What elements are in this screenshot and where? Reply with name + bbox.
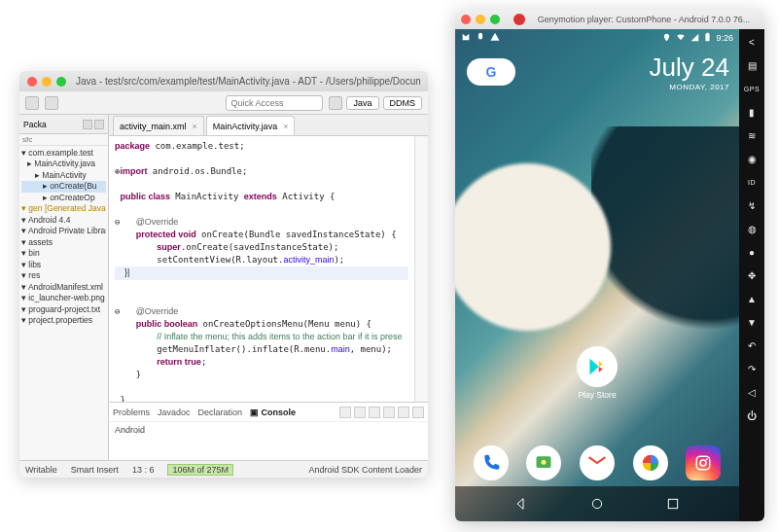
dock <box>455 440 739 486</box>
svg-rect-3 <box>697 456 711 470</box>
sidebar-volume-up-button[interactable]: ▲ <box>743 290 760 307</box>
minimize-window-button[interactable] <box>476 15 485 24</box>
sidebar-disk-button[interactable]: ◍ <box>743 220 760 237</box>
tree-item[interactable]: ▾ Android Private Libraries <box>21 226 106 236</box>
dock-app-phone[interactable] <box>474 445 509 480</box>
emu-titlebar[interactable]: Genymotion player: CustomPhone - Android… <box>455 10 764 29</box>
wifi-icon <box>676 32 686 44</box>
minimize-icon[interactable] <box>94 120 104 129</box>
console-toolbar-icon[interactable] <box>383 407 395 418</box>
editor-area: activity_main.xml×MainActivity.java× pac… <box>109 115 428 460</box>
explorer-tree: ▾ com.example.test▸ MainActivity.java▸ M… <box>19 146 108 329</box>
eclipse-ide-window: Java - test/src/com/example/test/MainAct… <box>19 71 428 478</box>
console-toolbar-icon[interactable] <box>354 407 366 418</box>
sidebar-camera-button[interactable]: ◉ <box>743 150 760 167</box>
android-status-bar[interactable]: 9:26 <box>455 29 739 47</box>
status-background-job: Android SDK Content Loader <box>247 465 422 475</box>
tree-item[interactable]: ▾ gen [Generated Java File <box>21 203 106 214</box>
sidebar-rotate-right-button[interactable]: ↷ <box>743 360 760 377</box>
status-line-col: 13 : 6 <box>132 465 155 475</box>
nav-recents-button[interactable] <box>663 494 683 514</box>
package-explorer-tab[interactable]: Packa <box>19 115 108 134</box>
editor-tab[interactable]: MainActivity.java× <box>206 116 296 135</box>
signal-icon <box>690 33 699 44</box>
close-icon[interactable]: × <box>193 122 197 131</box>
dock-app-instagram[interactable] <box>686 445 721 480</box>
status-heap[interactable]: 106M of 275M <box>167 464 233 476</box>
sidebar-rotate-left-button[interactable]: ↶ <box>743 337 760 354</box>
open-perspective-icon[interactable] <box>329 96 342 110</box>
close-window-button[interactable] <box>461 15 471 24</box>
genymotion-window: Genymotion player: CustomPhone - Android… <box>455 10 764 521</box>
perspective-ddms[interactable]: DDMS <box>383 96 423 110</box>
sidebar-dpad-button[interactable]: ✥ <box>743 266 760 284</box>
geny-logo-icon <box>513 14 525 25</box>
tree-item[interactable]: ▾ bin <box>21 248 106 259</box>
code-editor[interactable]: package com.example.test; ⊕import androi… <box>109 136 414 402</box>
console-toolbar-icon[interactable] <box>398 407 409 418</box>
tree-item[interactable]: ▾ AndroidManifest.xml <box>21 282 106 293</box>
console-toolbar-icon[interactable] <box>339 407 351 418</box>
console-toolbar-icon[interactable] <box>412 407 424 418</box>
bottom-tab-console[interactable]: ▣ Console <box>250 408 296 417</box>
minimize-window-button[interactable] <box>42 77 52 87</box>
tree-item[interactable]: ▾ com.example.test <box>21 148 106 159</box>
sidebar-mic-button[interactable]: ● <box>743 243 760 261</box>
bottom-tab-javadoc[interactable]: Javadoc <box>158 408 191 417</box>
sidebar-wifi-button[interactable]: ≋ <box>743 126 760 144</box>
bottom-tab-declaration[interactable]: Declaration <box>198 408 243 417</box>
play-store-shortcut[interactable]: Play Store <box>577 346 618 400</box>
dock-app-photos[interactable] <box>633 445 668 480</box>
dock-app-gmail[interactable] <box>580 445 615 480</box>
zoom-window-button[interactable] <box>490 15 500 24</box>
tree-item[interactable]: ▾ Android 4.4 <box>21 215 106 226</box>
zoom-window-button[interactable] <box>56 77 66 87</box>
editor-tab[interactable]: activity_main.xml× <box>113 116 204 135</box>
sidebar-battery-button[interactable]: ▮ <box>743 103 760 121</box>
tree-item[interactable]: ▸ onCreate(Bu <box>21 181 106 192</box>
close-window-button[interactable] <box>27 77 37 87</box>
toolbar-icon[interactable] <box>25 96 39 110</box>
bottom-tab-problems[interactable]: Problems <box>113 408 150 417</box>
tree-item[interactable]: ▾ libs <box>21 260 106 270</box>
quick-access-input[interactable] <box>226 95 323 111</box>
sidebar-volume-down-button[interactable]: ▼ <box>743 313 760 331</box>
google-search-pill[interactable]: G <box>467 58 515 86</box>
dock-app-messages[interactable] <box>526 445 561 480</box>
sidebar-back-button[interactable]: ◁ <box>743 383 760 401</box>
tree-item[interactable]: ▾ res <box>21 270 106 281</box>
perspective-java[interactable]: Java <box>346 96 378 110</box>
play-store-icon <box>577 346 618 387</box>
window-title: Java - test/src/com/example/test/MainAct… <box>76 76 420 87</box>
tree-item[interactable]: ▾ proguard-project.txt <box>21 304 106 315</box>
nav-home-button[interactable] <box>587 494 607 514</box>
tree-item[interactable]: ▾ ic_launcher-web.png <box>21 293 106 303</box>
close-icon[interactable]: × <box>283 122 288 131</box>
sidebar-open-button[interactable]: ▤ <box>743 56 760 74</box>
device-screen[interactable]: 9:26 July 24 MONDAY, 2017 G Play Store <box>455 29 739 521</box>
tree-item[interactable]: ▸ MainActivity.java <box>21 159 106 169</box>
console-toolbar-icon[interactable] <box>369 407 380 418</box>
tree-item[interactable]: ▾ assets <box>21 237 106 248</box>
tree-item[interactable]: ▾ project.properties <box>21 315 106 326</box>
explorer-filter-label: sfc <box>19 134 108 146</box>
sidebar-id-button[interactable]: ID <box>743 173 760 191</box>
toolbar-icon[interactable] <box>45 96 58 110</box>
bottom-pane: ProblemsJavadocDeclaration▣ Console Andr… <box>109 402 428 460</box>
sidebar-gps-button[interactable]: GPS <box>743 80 760 97</box>
ide-toolbar: Java DDMS <box>19 91 428 115</box>
nav-back-button[interactable] <box>512 494 531 514</box>
overview-ruler[interactable] <box>414 136 428 402</box>
home-date-widget[interactable]: July 24 MONDAY, 2017 <box>650 53 729 91</box>
view-menu-icon[interactable] <box>83 120 92 129</box>
tree-item[interactable]: ▸ onCreateOp <box>21 193 106 203</box>
tree-item[interactable]: ▸ MainActivity <box>21 170 106 181</box>
gmail-notif-icon <box>461 32 471 44</box>
ide-titlebar[interactable]: Java - test/src/com/example/test/MainAct… <box>19 71 428 91</box>
battery-icon <box>704 32 711 44</box>
sidebar-power-button[interactable]: ⏻ <box>743 407 760 424</box>
sidebar-network-button[interactable]: ↯ <box>743 196 760 214</box>
sidebar-share-button[interactable]: < <box>743 33 760 51</box>
package-explorer[interactable]: Packa sfc ▾ com.example.test▸ MainActivi… <box>19 115 109 460</box>
warning-notif-icon <box>490 32 500 44</box>
